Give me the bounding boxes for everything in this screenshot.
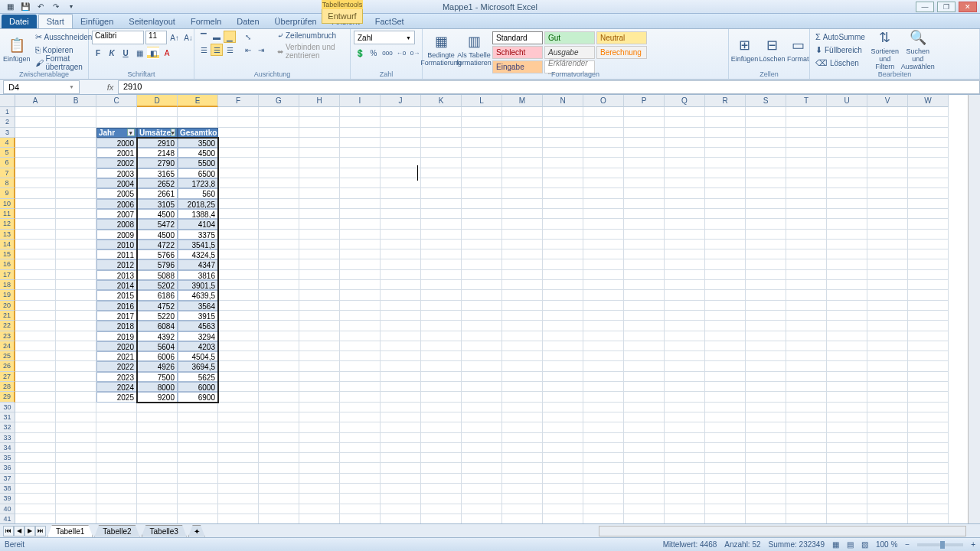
- cell-O33[interactable]: [583, 433, 624, 443]
- cell-F30[interactable]: [218, 403, 259, 412]
- cell-B9[interactable]: [56, 188, 96, 198]
- cell-L36[interactable]: [462, 463, 502, 473]
- cell-N4[interactable]: [543, 138, 583, 148]
- cell-P2[interactable]: [624, 117, 665, 127]
- row-header-37[interactable]: 37: [0, 474, 15, 484]
- cell-J12[interactable]: [381, 219, 421, 229]
- cell-O13[interactable]: [583, 230, 624, 240]
- cell-P19[interactable]: [624, 290, 665, 300]
- cell-R3[interactable]: [705, 128, 746, 138]
- cell-I39[interactable]: [340, 494, 381, 504]
- cell-D13[interactable]: 4500: [137, 230, 178, 240]
- cell-K23[interactable]: [421, 331, 462, 341]
- cell-A24[interactable]: [15, 341, 56, 351]
- cell-J16[interactable]: [381, 259, 421, 269]
- cell-G29[interactable]: [259, 392, 299, 402]
- cell-K15[interactable]: [421, 249, 462, 259]
- cell-W22[interactable]: [908, 321, 949, 331]
- cell-H5[interactable]: [299, 148, 340, 158]
- cell-F22[interactable]: [218, 321, 259, 331]
- cell-C4[interactable]: 2000: [96, 138, 137, 148]
- align-top-button[interactable]: ▔: [198, 31, 210, 43]
- cells-area[interactable]: Jahr▾Umsätze▾Gesamtkosten▾20002910350020…: [15, 107, 949, 523]
- cell-T35[interactable]: [786, 453, 827, 463]
- cell-L24[interactable]: [462, 341, 502, 351]
- cell-D7[interactable]: 3165: [137, 168, 178, 178]
- cell-G1[interactable]: [259, 107, 299, 117]
- cell-W27[interactable]: [908, 372, 949, 382]
- cell-M8[interactable]: [502, 178, 543, 188]
- cell-U19[interactable]: [827, 290, 867, 300]
- format-painter-button[interactable]: 🖌Format übertragen: [33, 57, 95, 69]
- vertical-scrollbar[interactable]: [968, 95, 980, 523]
- cell-W23[interactable]: [908, 331, 949, 341]
- cell-U4[interactable]: [827, 138, 867, 148]
- cell-G15[interactable]: [259, 249, 299, 259]
- row-header-40[interactable]: 40: [0, 504, 15, 514]
- cell-P22[interactable]: [624, 321, 665, 331]
- cell-T3[interactable]: [786, 128, 827, 138]
- cell-D36[interactable]: [137, 463, 178, 473]
- save-button[interactable]: 💾: [18, 1, 32, 13]
- cell-Q12[interactable]: [665, 219, 705, 229]
- cell-C3[interactable]: Jahr▾: [96, 128, 137, 138]
- cell-V19[interactable]: [867, 290, 908, 300]
- cell-N37[interactable]: [543, 474, 583, 484]
- sheet-first-button[interactable]: ⏮: [3, 526, 14, 536]
- cell-H41[interactable]: [299, 514, 340, 523]
- cell-Q37[interactable]: [665, 474, 705, 484]
- cell-Q24[interactable]: [665, 341, 705, 351]
- cell-J22[interactable]: [381, 321, 421, 331]
- view-normal-button[interactable]: ▦: [832, 540, 839, 549]
- cell-C31[interactable]: [96, 412, 137, 422]
- cell-B5[interactable]: [56, 148, 96, 158]
- cell-U9[interactable]: [827, 188, 867, 198]
- cell-G4[interactable]: [259, 138, 299, 148]
- cell-K11[interactable]: [421, 209, 462, 219]
- cell-F28[interactable]: [218, 382, 259, 392]
- cell-A8[interactable]: [15, 178, 56, 188]
- cell-U41[interactable]: [827, 514, 867, 523]
- cell-D33[interactable]: [137, 433, 178, 443]
- cell-A15[interactable]: [15, 249, 56, 259]
- cell-N33[interactable]: [543, 433, 583, 443]
- cell-F15[interactable]: [218, 249, 259, 259]
- cell-T5[interactable]: [786, 148, 827, 158]
- cell-L7[interactable]: [462, 168, 502, 178]
- column-header-U[interactable]: U: [827, 95, 867, 107]
- cell-I14[interactable]: [340, 240, 381, 249]
- cell-B27[interactable]: [56, 372, 96, 382]
- cell-G25[interactable]: [259, 351, 299, 361]
- undo-button[interactable]: ↶: [34, 1, 47, 13]
- cell-T27[interactable]: [786, 372, 827, 382]
- cell-H36[interactable]: [299, 463, 340, 473]
- row-header-11[interactable]: 11: [0, 209, 15, 219]
- cell-W35[interactable]: [908, 453, 949, 463]
- cell-I6[interactable]: [340, 158, 381, 168]
- cell-G41[interactable]: [259, 514, 299, 523]
- cell-F37[interactable]: [218, 474, 259, 484]
- cell-S21[interactable]: [746, 311, 786, 321]
- cell-U10[interactable]: [827, 199, 867, 209]
- cell-D25[interactable]: 6006: [137, 351, 178, 361]
- cell-T39[interactable]: [786, 494, 827, 504]
- column-header-D[interactable]: D: [137, 95, 178, 107]
- qat-dropdown[interactable]: ▼: [64, 1, 78, 13]
- sheet-tab-3[interactable]: Tabelle3: [142, 525, 187, 537]
- cell-E24[interactable]: 4203: [178, 341, 218, 351]
- cell-S33[interactable]: [746, 433, 786, 443]
- cell-R22[interactable]: [705, 321, 746, 331]
- insert-cells-button[interactable]: ⊞Einfügen: [732, 31, 757, 69]
- cell-J14[interactable]: [381, 240, 421, 249]
- cell-D29[interactable]: 9200: [137, 392, 178, 402]
- cell-D28[interactable]: 8000: [137, 382, 178, 392]
- cell-O18[interactable]: [583, 280, 624, 290]
- cell-F7[interactable]: [218, 168, 259, 178]
- cell-B35[interactable]: [56, 453, 96, 463]
- cell-D40[interactable]: [137, 504, 178, 514]
- cell-E27[interactable]: 5625: [178, 372, 218, 382]
- cell-J3[interactable]: [381, 128, 421, 138]
- cell-P11[interactable]: [624, 209, 665, 219]
- cell-O22[interactable]: [583, 321, 624, 331]
- cell-O28[interactable]: [583, 382, 624, 392]
